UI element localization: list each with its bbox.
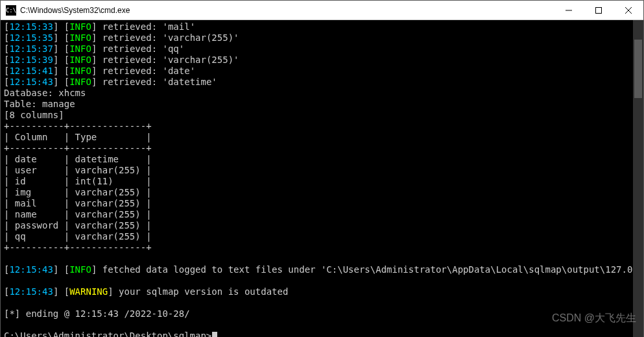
window-title: C:\Windows\System32\cmd.exe <box>20 6 554 15</box>
cmd-icon: C:\ <box>6 5 16 16</box>
window: C:\ C:\Windows\System32\cmd.exe [12:15:3… <box>0 0 644 337</box>
titlebar: C:\ C:\Windows\System32\cmd.exe <box>1 1 643 20</box>
scrollbar[interactable] <box>633 20 643 337</box>
minimize-button[interactable] <box>554 1 584 20</box>
maximize-button[interactable] <box>584 1 614 20</box>
terminal-output[interactable]: [12:15:33] [INFO] retrieved: 'mail' [12:… <box>1 20 633 337</box>
close-button[interactable] <box>614 1 643 20</box>
terminal-area: [12:15:33] [INFO] retrieved: 'mail' [12:… <box>1 20 643 337</box>
scroll-thumb[interactable] <box>634 40 642 98</box>
svg-rect-1 <box>596 7 602 13</box>
window-controls <box>554 1 643 20</box>
